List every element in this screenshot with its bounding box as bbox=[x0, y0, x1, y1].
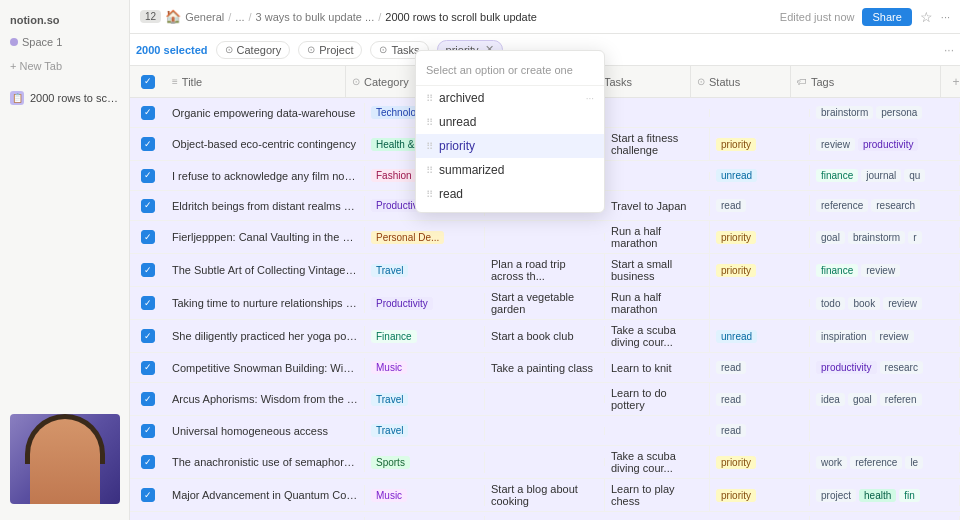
row-checkbox[interactable] bbox=[141, 392, 155, 406]
row-status-cell[interactable] bbox=[710, 109, 810, 117]
notification-badge[interactable]: 12 bbox=[140, 10, 161, 23]
row-title-cell[interactable]: Fierljepppen: Canal Vaulting in the Dutc… bbox=[166, 227, 365, 247]
row-checkbox[interactable] bbox=[141, 263, 155, 277]
row-checkbox[interactable] bbox=[141, 169, 155, 183]
row-tasks-cell[interactable]: Take a scuba diving cour... bbox=[605, 446, 710, 478]
row-status-cell[interactable]: priority bbox=[710, 134, 810, 155]
row-tags-cell[interactable]: todobookreview bbox=[810, 293, 960, 314]
row-tasks-cell[interactable]: Run a half marathon bbox=[605, 287, 710, 319]
row-checkbox[interactable] bbox=[141, 230, 155, 244]
row-status-cell[interactable]: unread bbox=[710, 165, 810, 186]
row-tasks-cell[interactable]: Learn to knit bbox=[605, 358, 710, 378]
row-category-cell[interactable]: Sports bbox=[365, 452, 485, 473]
row-status-cell[interactable]: read bbox=[710, 357, 810, 378]
row-category-cell[interactable]: Travel bbox=[365, 420, 485, 441]
th-more-columns[interactable]: + bbox=[941, 75, 960, 89]
new-tab-button[interactable]: + New Tab bbox=[0, 56, 129, 76]
row-tasks-cell[interactable]: Start a small business bbox=[605, 254, 710, 286]
row-title-cell[interactable]: Arcus Aphorisms: Wisdom from the Shelf bbox=[166, 389, 365, 409]
row-tasks-cell[interactable]: Learn to do pottery bbox=[605, 383, 710, 415]
row-title-cell[interactable]: The anachronistic use of semaphore pers.… bbox=[166, 452, 365, 472]
row-checkbox[interactable] bbox=[141, 106, 155, 120]
sidebar-space[interactable]: Space 1 bbox=[0, 32, 129, 52]
row-title-cell[interactable]: Organic empowering data-warehouse bbox=[166, 103, 365, 123]
row-tasks-cell[interactable]: Start a fitness challenge bbox=[605, 128, 710, 160]
row-title-cell[interactable]: Universal homogeneous access bbox=[166, 421, 365, 441]
row-tasks-cell[interactable] bbox=[605, 109, 710, 117]
share-button[interactable]: Share bbox=[862, 8, 911, 26]
row-tags-cell[interactable]: financereview bbox=[810, 260, 960, 281]
row-title-cell[interactable]: I refuse to acknowledge any film not scr… bbox=[166, 166, 365, 186]
row-project-cell[interactable] bbox=[485, 458, 605, 466]
dropdown-option-unread[interactable]: ⠿ unread bbox=[416, 110, 604, 134]
row-category-cell[interactable]: Music bbox=[365, 485, 485, 506]
row-tags-cell[interactable]: brainstormpersona bbox=[810, 102, 960, 123]
row-checkbox[interactable] bbox=[141, 488, 155, 502]
row-status-cell[interactable]: priority bbox=[710, 452, 810, 473]
row-title-cell[interactable]: Town's Annual Flower Show Proceeds Wi... bbox=[166, 517, 365, 521]
row-tags-cell[interactable]: financejournalqu bbox=[810, 165, 960, 186]
row-status-cell[interactable]: priority bbox=[710, 485, 810, 506]
row-status-cell[interactable]: unread bbox=[710, 326, 810, 347]
sidebar-item-recent[interactable]: 📋 2000 rows to scroll bul... bbox=[0, 86, 129, 110]
row-category-cell[interactable]: Travel bbox=[365, 260, 485, 281]
row-tags-cell[interactable]: productivityresearc bbox=[810, 357, 960, 378]
row-project-cell[interactable] bbox=[485, 233, 605, 241]
row-project-cell[interactable] bbox=[485, 427, 605, 435]
row-status-cell[interactable]: read bbox=[710, 420, 810, 441]
row-tags-cell[interactable]: goalbrainstormr bbox=[810, 227, 960, 248]
row-checkbox[interactable] bbox=[141, 455, 155, 469]
filter-project[interactable]: ⊙ Project bbox=[298, 41, 362, 59]
row-tags-cell[interactable]: inspirationreview bbox=[810, 326, 960, 347]
row-status-cell[interactable]: read bbox=[710, 389, 810, 410]
row-tags-cell[interactable]: productivitybook bbox=[810, 516, 960, 520]
option-archived-more[interactable]: ··· bbox=[586, 93, 594, 104]
row-title-cell[interactable]: Major Advancement in Quantum Computi... bbox=[166, 485, 365, 505]
row-checkbox[interactable] bbox=[141, 361, 155, 375]
row-tasks-cell[interactable] bbox=[605, 427, 710, 435]
dropdown-option-archived[interactable]: ⠿ archived ··· bbox=[416, 86, 604, 110]
row-category-cell[interactable]: Productivity bbox=[365, 293, 485, 314]
row-checkbox[interactable] bbox=[141, 296, 155, 310]
selected-more-icon[interactable]: ··· bbox=[944, 43, 954, 57]
row-title-cell[interactable]: Eldritch beings from distant realms obse… bbox=[166, 196, 365, 216]
row-tasks-cell[interactable]: Travel to Japan bbox=[605, 196, 710, 216]
dropdown-option-summarized[interactable]: ⠿ summarized bbox=[416, 158, 604, 182]
row-checkbox[interactable] bbox=[141, 329, 155, 343]
row-tags-cell[interactable]: reviewproductivity bbox=[810, 134, 960, 155]
row-project-cell[interactable]: Start a book club bbox=[485, 326, 605, 346]
row-category-cell[interactable]: Travel bbox=[365, 389, 485, 410]
row-project-cell[interactable] bbox=[485, 395, 605, 403]
row-tags-cell[interactable]: referenceresearch bbox=[810, 195, 960, 216]
row-category-cell[interactable]: Finance bbox=[365, 326, 485, 347]
row-tags-cell[interactable] bbox=[810, 427, 960, 435]
row-status-cell[interactable]: priority bbox=[710, 260, 810, 281]
row-status-cell[interactable]: summarized bbox=[710, 516, 810, 520]
selected-count[interactable]: 2000 selected bbox=[136, 44, 208, 56]
row-title-cell[interactable]: The Subtle Art of Collecting Vintage Typ… bbox=[166, 260, 365, 280]
row-title-cell[interactable]: Object-based eco-centric contingency bbox=[166, 134, 365, 154]
row-checkbox[interactable] bbox=[141, 137, 155, 151]
row-checkbox[interactable] bbox=[141, 424, 155, 438]
th-status[interactable]: ⊙ Status bbox=[691, 66, 791, 97]
row-title-cell[interactable]: Taking time to nurture relationships can… bbox=[166, 293, 365, 313]
row-tasks-cell[interactable] bbox=[605, 172, 710, 180]
row-category-cell[interactable]: Personal De... bbox=[365, 227, 485, 248]
row-project-cell[interactable]: Take a painting class bbox=[485, 358, 605, 378]
row-project-cell[interactable]: Start a vegetable garden bbox=[485, 287, 605, 319]
row-checkbox[interactable] bbox=[141, 199, 155, 213]
row-category-cell[interactable]: Cooking bbox=[365, 516, 485, 520]
breadcrumb-ellipsis[interactable]: ... bbox=[235, 11, 244, 23]
breadcrumb-parent[interactable]: 3 ways to bulk update ... bbox=[256, 11, 375, 23]
row-status-cell[interactable]: read bbox=[710, 195, 810, 216]
dropdown-option-priority[interactable]: ⠿ priority bbox=[416, 134, 604, 158]
dropdown-option-read[interactable]: ⠿ read bbox=[416, 182, 604, 206]
row-project-cell[interactable]: Start a blog about cooking bbox=[485, 479, 605, 511]
row-tags-cell[interactable]: workreferencele bbox=[810, 452, 960, 473]
row-title-cell[interactable]: Competitive Snowman Building: Winter Se.… bbox=[166, 358, 365, 378]
topbar-more-icon[interactable]: ··· bbox=[941, 11, 950, 23]
row-tasks-cell[interactable]: Take a scuba diving cour... bbox=[605, 320, 710, 352]
select-all-checkbox[interactable] bbox=[141, 75, 155, 89]
star-icon[interactable]: ☆ bbox=[920, 9, 933, 25]
th-title[interactable]: ≡ Title bbox=[166, 66, 346, 97]
